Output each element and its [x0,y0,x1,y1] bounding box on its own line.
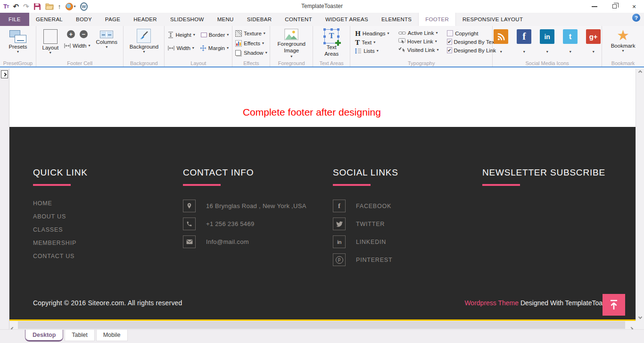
close-button[interactable]: × [624,0,644,13]
footer-link[interactable]: ABOUT US [33,213,183,226]
text-areas-button[interactable]: T Text Areas [319,28,344,59]
twitter-icon [333,218,346,230]
texture-button[interactable]: Texture ▾ [235,30,267,37]
minimize-button[interactable] [585,0,604,13]
checkbox-checked-icon [447,39,452,45]
horizontal-scrollbar[interactable] [9,321,636,329]
scroll-down-arrow[interactable] [636,316,644,318]
facebook-icon: f [333,200,346,212]
footer-link[interactable]: HOME [33,200,183,213]
tab-header[interactable]: HEADER [127,13,164,26]
social-link-linkedin[interactable]: in LINKEDIN [333,235,482,248]
ribbon-group-layout: Height ▾ Border ▾ Width ▾ Margin [165,26,232,67]
tab-file[interactable]: FILE [0,13,29,26]
bookmark-button[interactable]: ★ Bookmark ▾ [609,28,637,59]
tab-page[interactable]: PAGE [99,13,127,26]
copyright-checkbox[interactable]: Copyright [447,30,487,36]
list-icon [355,48,362,54]
width-icon [168,45,174,51]
ribbon-group-bookmark: ★ Bookmark ▾ Bookmark [602,26,644,67]
open-folder-icon[interactable] [45,2,54,11]
background-button[interactable]: Background ▾ [128,28,160,59]
redo-icon[interactable]: ↷ [23,2,29,11]
scroll-to-top-button[interactable] [603,294,625,316]
hover-link-button[interactable]: Hover Link ▾ [398,38,441,44]
image-icon [284,29,298,40]
vertical-scrollbar[interactable] [636,68,644,321]
tab-general[interactable]: GENERAL [29,13,69,26]
help-icon[interactable]: ? [632,14,640,22]
designed-by-link-checkbox[interactable]: Designed By Link [447,47,487,53]
social-link-twitter[interactable]: TWITTER [333,218,482,230]
google-plus-social-button[interactable]: g+ ▾ [583,28,603,59]
text-selection-icon: T [324,29,339,43]
layout-icon [43,29,58,44]
tab-slideshow[interactable]: SLIDESHOW [164,13,211,26]
save-icon[interactable] [33,2,41,11]
lists-button[interactable]: Lists ▾ [355,48,393,54]
texture-icon [235,30,242,37]
annotation-text: Complete footer after designing [243,107,381,118]
footer-column-newsletter: NEWSLETTER SUBSCRIBE [482,167,636,266]
text-button[interactable]: T Text ▾ [355,39,393,46]
tab-responsive-layout[interactable]: RESPONSIVE LAYOUT [456,13,529,26]
linkedin-social-button[interactable]: in ▾ [537,28,557,59]
social-link-pinterest[interactable]: p PINTEREST [333,253,482,266]
rss-social-button[interactable]: ▾ [491,28,511,59]
tab-sidebar[interactable]: SIDEBAR [240,13,279,26]
footer-link[interactable]: CLASSES [33,226,183,240]
wordpress-export-icon[interactable]: W [80,2,88,11]
tab-elements[interactable]: ELEMENTS [375,13,418,26]
restore-button[interactable] [604,0,624,13]
hand-pointer-icon [398,38,405,44]
foreground-image-button[interactable]: Foreground Image ▾ [273,28,310,59]
columns-button[interactable]: Columns ▾ [94,28,119,59]
footer-preview[interactable]: QUICK LINK HOME ABOUT US CLASSES MEMBERS… [9,127,636,321]
expand-panel-button[interactable] [1,70,8,78]
ribbon-group-foreground: Foreground Image ▾ Foreground [270,26,313,67]
width-button[interactable]: Width ▾ [168,45,194,51]
twitter-social-button[interactable]: t ▾ [560,28,580,59]
increase-width-button[interactable]: + [67,30,75,38]
effects-button[interactable]: Effects ▾ [235,40,267,47]
scrollbar-thumb[interactable] [18,321,625,329]
rss-icon [494,29,508,44]
cell-width-button[interactable]: Width ▾ [64,43,90,49]
active-link-button[interactable]: Active Link ▾ [398,30,441,36]
tab-body[interactable]: BODY [69,13,99,26]
tab-content[interactable]: CONTENT [278,13,319,26]
tab-widget-areas[interactable]: WIDGET AREAS [319,13,375,26]
border-button[interactable]: Border ▾ [201,32,229,38]
margin-button[interactable]: Margin ▾ [200,45,229,51]
ribbon-group-social-media: ▾ f ▾ in ▾ t ▾ g+ ▾ Social Media Icons [493,26,602,67]
ribbon-group-text-areas: T Text Areas Text Areas [313,26,350,67]
social-link-facebook[interactable]: f FACEBOOK [333,200,482,212]
scroll-up-arrow[interactable] [636,71,644,74]
device-tab-desktop[interactable]: Desktop [25,330,63,342]
footer-columns: QUICK LINK HOME ABOUT US CLASSES MEMBERS… [9,127,636,266]
heading-underline [33,184,71,186]
footer-link[interactable]: CONTACT US [33,253,183,266]
shadow-icon [235,50,241,56]
browser-preview-icon[interactable]: ▾ [66,2,76,11]
contact-item: +1 256 236 5469 [183,218,333,230]
decrease-width-button[interactable]: − [80,30,88,38]
design-canvas[interactable]: Complete footer after designing QUICK LI… [9,68,636,321]
shadow-button[interactable]: Shadow ▾ [235,50,267,56]
tab-menu[interactable]: MENU [211,13,240,26]
checkbox-checked-icon [447,47,452,53]
layout-button[interactable]: Layout ▾ [41,28,61,59]
tab-footer[interactable]: FOOTER [418,13,456,26]
undo-icon[interactable]: ↶ [13,2,19,11]
footer-link[interactable]: MEMBERSHIP [33,240,183,253]
device-tab-tablet[interactable]: Tablet [65,330,94,341]
height-button[interactable]: Height ▾ [168,32,195,38]
designed-by-text-checkbox[interactable]: Designed By Text [447,39,487,45]
headings-button[interactable]: H Headings ▾ [355,30,393,37]
facebook-social-button[interactable]: f ▾ [514,28,534,59]
device-tab-mobile[interactable]: Mobile [96,330,128,341]
presets-button[interactable]: Presets ▾ [7,28,29,59]
visited-link-button[interactable]: Visited Link ▾ [398,47,441,53]
publish-upload-icon[interactable]: ↑ [58,2,61,11]
wordpress-theme-link[interactable]: Wordpress Theme [464,299,519,307]
